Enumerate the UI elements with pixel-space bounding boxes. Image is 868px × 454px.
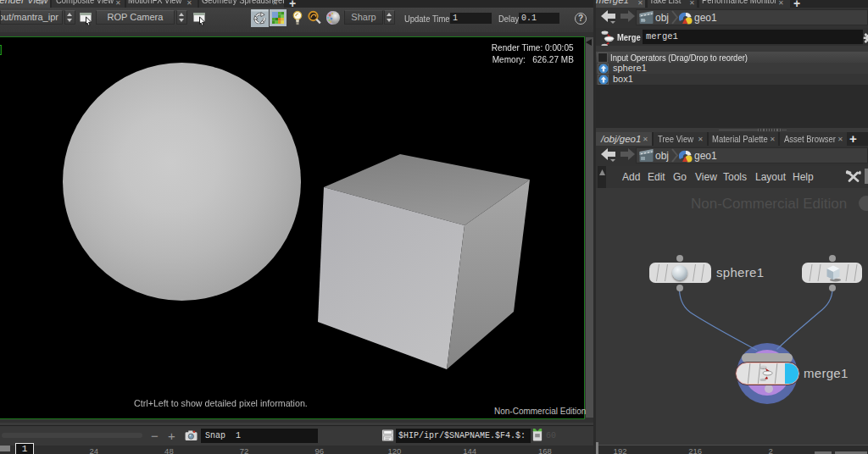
svg-text:Ma: Ma <box>642 19 646 22</box>
